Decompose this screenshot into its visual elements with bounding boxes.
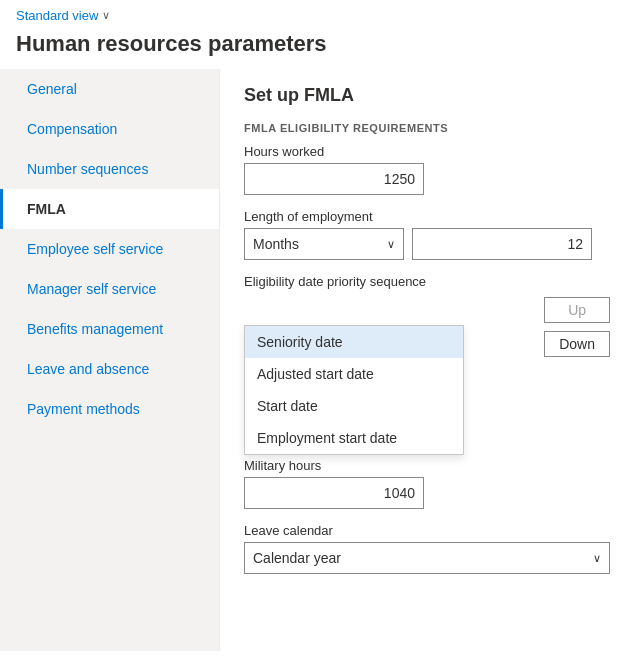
standard-view-link[interactable]: Standard view [16, 8, 98, 23]
eligibility-date-label: Eligibility date priority sequence [244, 274, 610, 289]
sidebar-item-leave-and-absence[interactable]: Leave and absence [0, 349, 219, 389]
length-dropdown[interactable]: Months ∨ [244, 228, 404, 260]
sidebar-item-compensation[interactable]: Compensation [0, 109, 219, 149]
option-adjusted-start-date[interactable]: Adjusted start date [245, 358, 463, 390]
sidebar-item-general[interactable]: General [0, 69, 219, 109]
option-start-date[interactable]: Start date [245, 390, 463, 422]
page-title: Human resources parameters [0, 27, 634, 69]
military-hours-input[interactable] [244, 477, 424, 509]
chevron-down-icon: ∨ [593, 552, 601, 565]
sidebar-item-fmla[interactable]: FMLA [0, 189, 219, 229]
main-content: Set up FMLA FMLA ELIGIBILITY REQUIREMENT… [220, 69, 634, 651]
eligibility-dropdown-list: Seniority date Adjusted start date Start… [244, 325, 464, 455]
option-employment-start-date[interactable]: Employment start date [245, 422, 463, 454]
hours-worked-label: Hours worked [244, 144, 610, 159]
hours-worked-input[interactable] [244, 163, 424, 195]
sidebar-item-number-sequences[interactable]: Number sequences [0, 149, 219, 189]
eligibility-heading: FMLA ELIGIBILITY REQUIREMENTS [244, 122, 610, 134]
sidebar-item-employee-self-service[interactable]: Employee self service [0, 229, 219, 269]
length-of-employment-label: Length of employment [244, 209, 610, 224]
section-title: Set up FMLA [244, 85, 610, 106]
leave-calendar-label: Leave calendar [244, 523, 610, 538]
top-bar: Standard view ∨ [0, 0, 634, 27]
sidebar-item-manager-self-service[interactable]: Manager self service [0, 269, 219, 309]
length-dropdown-value: Months [253, 236, 299, 252]
down-button[interactable]: Down [544, 331, 610, 357]
leave-calendar-value: Calendar year [253, 550, 341, 566]
up-button[interactable]: Up [544, 297, 610, 323]
military-hours-label: Military hours [244, 458, 610, 473]
sidebar-item-payment-methods[interactable]: Payment methods [0, 389, 219, 429]
sidebar-item-benefits-management[interactable]: Benefits management [0, 309, 219, 349]
leave-calendar-dropdown[interactable]: Calendar year ∨ [244, 542, 610, 574]
sidebar: General Compensation Number sequences FM… [0, 69, 220, 651]
chevron-down-icon: ∨ [102, 9, 110, 22]
option-seniority-date[interactable]: Seniority date [245, 326, 463, 358]
chevron-down-icon: ∨ [387, 238, 395, 251]
length-number-input[interactable] [412, 228, 592, 260]
